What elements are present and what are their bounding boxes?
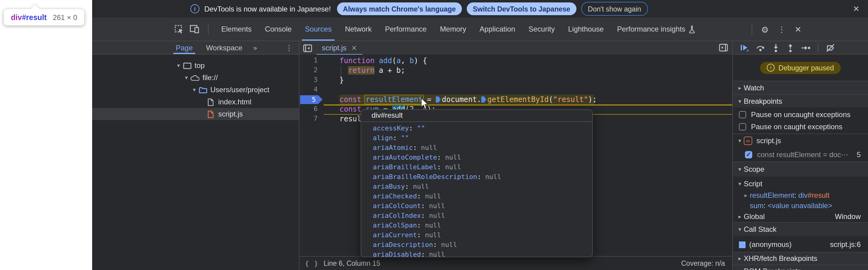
section-call-stack[interactable]: ▾ Call Stack	[733, 222, 868, 236]
panel-tab-memory[interactable]: Memory	[433, 18, 473, 41]
tab-page[interactable]: Page	[173, 41, 195, 54]
line-number[interactable]: 2	[300, 65, 318, 75]
tree-item-script-js[interactable]: script.js	[92, 108, 299, 120]
step-over-icon[interactable]	[756, 44, 765, 52]
continue-to-here-icon[interactable]	[481, 96, 486, 102]
arrow-down-icon[interactable]: ▾	[182, 74, 190, 81]
resume-script-icon[interactable]	[740, 44, 749, 52]
popup-property-row: ariaDescription: null	[361, 240, 592, 250]
frame-location[interactable]: script.js:6	[830, 240, 868, 249]
scope-script-row[interactable]: ▾ Script	[733, 178, 868, 190]
tree-item-file-[interactable]: ▾file://	[92, 71, 299, 84]
code-line-5[interactable]: 5const resultElement = document.getEleme…	[300, 95, 732, 104]
code-line-4[interactable]: 4	[300, 85, 732, 95]
code-line-2[interactable]: 2 return a + b;	[300, 65, 732, 75]
popup-property-row: ariaChecked: null	[361, 192, 592, 202]
popup-title: div#result	[361, 110, 592, 121]
continue-to-here-icon[interactable]	[436, 96, 441, 102]
toolbar-separator	[751, 25, 752, 34]
code-token: );	[588, 95, 597, 104]
section-watch[interactable]: ▸ Watch	[733, 81, 868, 94]
more-tabs-icon[interactable]: »	[253, 41, 256, 54]
popup-property-row: ariaColSpan: null	[361, 221, 592, 231]
debugger-paused-banner: i Debugger paused	[733, 55, 868, 81]
checkbox-label: Pause on caught exceptions	[751, 122, 842, 131]
arrow-down-icon: ▾	[736, 138, 744, 144]
scope-var-row[interactable]: sum: <value unavailable>	[733, 200, 868, 211]
line-number[interactable]: 7	[300, 114, 318, 124]
more-options-icon[interactable]: ⋮	[778, 25, 785, 34]
step-into-icon[interactable]	[772, 43, 779, 52]
tree-item-index-html[interactable]: index.html	[92, 96, 299, 108]
code-token	[375, 56, 379, 65]
navigator-more-icon[interactable]: ⋮	[285, 41, 293, 55]
code-token: (	[549, 95, 553, 104]
breakpoint-group-row[interactable]: ▾ ‹› script.js	[733, 133, 868, 147]
line-number[interactable]: 4	[300, 85, 318, 95]
frame-name: (anonymous)	[749, 240, 792, 249]
collapse-debugger-icon[interactable]	[719, 44, 728, 52]
infobar-action-button[interactable]: Always match Chrome's language	[337, 2, 462, 15]
tab-workspace[interactable]: Workspace	[204, 41, 245, 54]
call-stack-frame-row[interactable]: (anonymous) script.js:6	[733, 237, 868, 252]
inspect-element-icon[interactable]	[175, 25, 184, 34]
section-label: Scope	[744, 165, 764, 174]
infobar-action-button[interactable]: Don't show again	[581, 2, 648, 16]
arrow-down-icon[interactable]: ▾	[190, 87, 198, 93]
popup-properties: accessKey: ""align: ""ariaAtomic: nullar…	[361, 122, 592, 257]
code-token: add	[379, 56, 392, 65]
code-line-1[interactable]: 1function add(a, b) {	[300, 56, 732, 65]
panel-tab-performance-insights[interactable]: Performance insights	[610, 18, 702, 41]
scope-var-row[interactable]: ▸ resultElement: div#result	[733, 190, 868, 200]
checkbox-unchecked[interactable]	[739, 123, 746, 130]
panel-tab-network[interactable]: Network	[338, 18, 378, 41]
breakpoint-marker[interactable]: 5	[300, 95, 322, 104]
line-number[interactable]: 1	[300, 56, 318, 65]
checkbox-checked[interactable]: ✓	[745, 151, 752, 158]
pause-on-uncaught-row[interactable]: Pause on uncaught exceptions	[733, 109, 868, 121]
section-scope[interactable]: ▾ Scope	[733, 161, 868, 177]
infobar-close-icon[interactable]: ✕	[853, 0, 860, 18]
tree-item-users-user-project[interactable]: ▾Users/user/project	[92, 84, 299, 96]
panel-tab-sources[interactable]: Sources	[298, 18, 338, 41]
scope-global-row[interactable]: ▸ Global Window	[733, 211, 868, 222]
panel-tab-performance[interactable]: Performance	[378, 18, 433, 41]
deactivate-breakpoints-icon[interactable]	[826, 43, 835, 52]
line-number[interactable]: 3	[300, 75, 318, 85]
breakpoint-entry-row[interactable]: ✓ const resultElement = doc⋯ 5	[733, 147, 868, 161]
device-toolbar-icon[interactable]	[190, 25, 199, 33]
property-colon: :	[417, 221, 425, 229]
panel-tab-elements[interactable]: Elements	[215, 18, 258, 41]
panel-tab-application[interactable]: Application	[473, 18, 522, 41]
tree-item-top[interactable]: ▾top	[92, 59, 299, 71]
step-out-icon[interactable]	[787, 43, 794, 52]
checkbox-unchecked[interactable]	[739, 111, 746, 118]
section-breakpoints[interactable]: ▾ Breakpoints	[733, 94, 868, 108]
infobar-action-button[interactable]: Switch DevTools to Japanese	[467, 2, 577, 15]
editor-tab-strip: script.js ✕	[300, 41, 732, 55]
step-icon[interactable]	[801, 44, 810, 51]
pause-on-caught-row[interactable]: Pause on caught exceptions	[733, 121, 868, 132]
line-number[interactable]: 6	[300, 104, 318, 114]
property-name: ariaColIndex	[373, 212, 421, 220]
code-text: const resultElement = document.getElemen…	[339, 95, 597, 104]
devtools-close-icon[interactable]: ✕	[795, 25, 801, 34]
panel-tab-console[interactable]: Console	[258, 18, 298, 41]
panel-tab-security[interactable]: Security	[522, 18, 562, 41]
section-xhr-breakpoints[interactable]: ▸ XHR/fetch Breakpoints	[733, 252, 868, 265]
pretty-print-icon[interactable]: { }	[305, 260, 319, 267]
panel-tab-lighthouse[interactable]: Lighthouse	[561, 18, 610, 41]
collapse-navigator-icon[interactable]	[303, 44, 312, 52]
arrow-right-icon: ▸	[736, 256, 744, 262]
code-line-3[interactable]: 3}	[300, 75, 732, 85]
property-value: null	[421, 144, 437, 152]
arrow-down-icon[interactable]: ▾	[175, 62, 182, 68]
editor-tab-scriptjs[interactable]: script.js ✕	[316, 41, 363, 55]
settings-gear-icon[interactable]: ⚙	[761, 25, 769, 34]
section-dom-breakpoints[interactable]: ▸ DOM Breakpoints	[733, 265, 868, 270]
arrow-down-icon: ▾	[736, 226, 744, 232]
code-token: ,	[401, 56, 409, 65]
tab-close-icon[interactable]: ✕	[351, 44, 357, 52]
code-token: document.	[442, 95, 481, 104]
tooltip-size: 261 × 0	[53, 13, 77, 22]
